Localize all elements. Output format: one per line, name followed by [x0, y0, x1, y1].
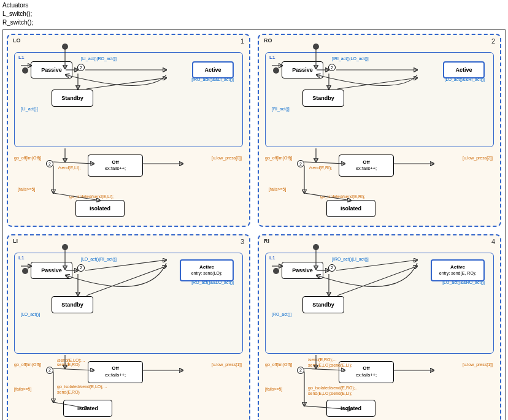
choice-LI: 2 — [77, 264, 85, 272]
choice-RI: 2 — [328, 264, 336, 272]
inner-region-RI-L1: L1 Passive Standby Active entry: send(E,… — [265, 253, 494, 354]
standby-state-RO: Standby — [302, 90, 344, 107]
trans-gooff-LO: go_off[lm(Off)] — [14, 156, 41, 160]
choice-LO: 2 — [77, 64, 85, 71]
trans-lowpress-RO: [u.low_press[2]] — [463, 156, 493, 160]
trans-lowpress-LO: [u.low_press[0]] — [212, 156, 242, 160]
quadrant-LI: LI 3 L1 Passive Standby Active entry: se… — [7, 234, 250, 421]
choice-off-RO: 2 — [297, 160, 304, 167]
active-state-RI: Active entry: send(E, RO); — [431, 259, 485, 281]
trans-LI-t2: [RO_act()&&LO_act()] — [191, 280, 234, 284]
init-circle-LI — [62, 244, 68, 250]
trans-LI-t3: [LO_act()] — [21, 312, 40, 316]
active-state-RO: Active — [443, 61, 485, 78]
trans-lowpress-LI: [u.low_press[1]] — [212, 362, 242, 367]
init-L1-LO — [22, 67, 28, 74]
trans-RI-t3: [RO_act()] — [272, 312, 291, 316]
trans-fails-RO: [fails>=5] — [269, 187, 286, 191]
trans-sendro-RI: /send(E,RO);...send(E,LO);send(E,LI); — [308, 357, 352, 368]
trans-LI-t1: [LO_act()|RI_act()] — [81, 257, 117, 261]
inner-region-LI-L1: L1 Passive Standby Active entry: send(LO… — [14, 253, 243, 354]
quadrant-RO-number: 2 — [491, 37, 495, 45]
init-circle-RO — [313, 44, 319, 50]
choice-off-LO: 2 — [46, 160, 53, 167]
init-L1-LI — [22, 268, 28, 274]
trans-fails-RI: [fails>=5] — [265, 387, 282, 391]
off-state-LO: Off ex:fails++; — [88, 155, 143, 177]
isolated-state-RI: Isolated — [326, 400, 375, 417]
trans-LO-t1: [LI_act()|RO_act()] — [81, 56, 117, 61]
header-line3: R_switch(); — [2, 18, 506, 27]
trans-LO-t3: [LI_act()] — [21, 107, 38, 111]
isolated-state-LO: Isolated — [75, 200, 125, 217]
trans-go-isolated-LI: go_isolated/send(E,LO);...send(E,RO) — [57, 384, 107, 395]
trans-gooff-LI: go_off[lm(Off)] — [14, 362, 41, 367]
trans-RO-t1: [IRI_act()|LO_act()] — [332, 56, 369, 61]
header-line2: L_switch(); — [2, 10, 506, 18]
standby-state-LI: Standby — [52, 296, 93, 313]
standby-state-LO: Standby — [52, 90, 93, 107]
standby-state-RI: Standby — [302, 296, 344, 313]
header-line1: Actuators — [2, 1, 506, 10]
init-L1-RI — [273, 268, 279, 274]
passive-state-LO: Passive — [31, 61, 72, 78]
trans-go-isolated-RO: go_isolated/send(E,RI); — [320, 194, 365, 199]
trans-go-isolated-RI: go_isolated/send(E,RO);...send(E,LO);sen… — [308, 385, 359, 396]
trans-gooff-RI: go_off[lm(Off)] — [265, 362, 292, 367]
passive-state-RI: Passive — [282, 262, 323, 279]
quadrant-LO: LO 1 L1 Passive Standby Active 2 [LI_act… — [7, 34, 250, 227]
trans-RO-t2: [LO_act()&&RI_act()] — [445, 77, 485, 82]
quadrant-LI-label: LI — [13, 238, 18, 244]
choice-off-LI: 2 — [46, 367, 53, 374]
active-state-LI: Active entry: send(LO); — [180, 259, 234, 281]
choice-off-RI: 2 — [297, 367, 304, 374]
quadrant-LO-label: LO — [13, 37, 21, 44]
active-state-LO: Active — [192, 61, 234, 78]
trans-gooff-RO: go_off[lm(Off)] — [265, 156, 292, 160]
quadrant-RI-label: RI — [264, 238, 269, 244]
init-L1-RO — [273, 67, 279, 74]
quadrant-RI: RI 4 L1 Passive Standby Active entry: se… — [258, 234, 501, 421]
trans-RI-t1: [IRO_act()|LI_act()] — [332, 257, 369, 261]
quadrant-LI-number: 3 — [241, 238, 244, 245]
trans-lowpress-RI: [u.low_press[1]] — [463, 362, 493, 367]
passive-state-LI: Passive — [31, 262, 72, 279]
isolated-state-LI: Isolated — [63, 400, 112, 417]
quadrant-RO: RO 2 L1 Passive Standby Active 2 [IRI_ac… — [258, 34, 501, 227]
main-diagram: LO 1 L1 Passive Standby Active 2 [LI_act… — [2, 29, 506, 420]
passive-state-RO: Passive — [282, 61, 323, 78]
trans-sendeli-LO: /send(E,LI); — [58, 166, 80, 170]
init-circle-LO — [62, 44, 68, 50]
off-state-LI: Off ex:fails++; — [88, 361, 143, 383]
inner-region-RO-L1: L1 Passive Standby Active 2 [IRI_act()|L… — [265, 52, 494, 147]
off-state-RO: Off ex:fails++; — [339, 155, 394, 177]
quadrant-RI-number: 4 — [491, 238, 495, 245]
init-circle-RI — [313, 244, 319, 250]
trans-fails-LI: [fails>=5] — [14, 387, 31, 391]
trans-seneri-RO: /send(E,RI); — [309, 166, 332, 170]
trans-LO-t2: [IRO_ack()&&LI_act()] — [191, 77, 234, 82]
trans-sendelo-LI: /send(E,LO);...send(E,RO) — [57, 358, 85, 367]
quadrant-RO-label: RO — [264, 37, 272, 44]
trans-go-isolated-LO: go_isolated/send(E,LI); — [69, 194, 114, 199]
trans-RO-t3: [RI_act()] — [272, 107, 290, 111]
trans-fails-LO: [fails>=5] — [18, 187, 35, 191]
inner-region-LO-L1: L1 Passive Standby Active 2 [LI_act()|RO… — [14, 52, 243, 147]
header: Actuators L_switch(); R_switch(); — [0, 0, 508, 28]
quadrant-LO-number: 1 — [241, 37, 244, 45]
choice-RO: 2 — [328, 64, 336, 71]
isolated-state-RO: Isolated — [326, 200, 375, 217]
trans-RI-t2: [LO_act()&&RO_act()] — [442, 280, 485, 284]
